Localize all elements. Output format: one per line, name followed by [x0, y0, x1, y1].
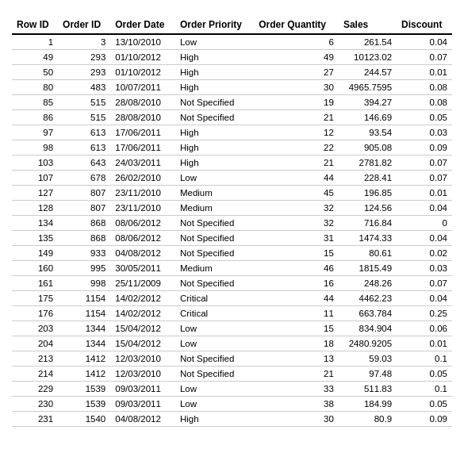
table-cell: Not Specified [175, 95, 254, 110]
table-cell: 0.01 [397, 336, 452, 351]
table-cell: 0.09 [397, 140, 452, 155]
table-cell: 38 [254, 397, 339, 412]
table-cell: 146.69 [339, 110, 397, 125]
table-cell: 0.05 [397, 110, 452, 125]
table-cell: 18 [254, 336, 339, 351]
table-cell: Not Specified [175, 216, 254, 231]
table-row: 13586808/06/2012Not Specified311474.330.… [12, 231, 452, 246]
table-cell: 12/03/2010 [110, 367, 175, 382]
table-row: 12880723/11/2010Medium32124.560.04 [12, 201, 452, 216]
table-cell: 1412 [58, 367, 110, 382]
table-cell: 33 [254, 382, 339, 397]
table-cell: Not Specified [175, 367, 254, 382]
table-cell: 30 [254, 412, 339, 427]
table-cell: 1412 [58, 351, 110, 367]
table-cell: Critical [175, 291, 254, 306]
table-cell: 807 [58, 201, 110, 216]
table-cell: 25/11/2009 [110, 276, 175, 291]
table-row: 10767826/02/2010Low44228.410.07 [12, 171, 452, 186]
table-cell: 49 [12, 50, 58, 65]
table-cell: 995 [58, 261, 110, 276]
table-cell: 1344 [58, 321, 110, 336]
data-table: Row ID Order ID Order Date Order Priorit… [12, 16, 452, 427]
table-cell: 26/02/2010 [110, 171, 175, 186]
table-cell: 0.04 [397, 34, 452, 50]
table-cell: 13 [254, 351, 339, 367]
table-row: 8048310/07/2011High304965.75950.08 [12, 80, 452, 95]
table-cell: 184.99 [339, 397, 397, 412]
table-cell: 28/08/2010 [110, 95, 175, 110]
table-cell: 4462.23 [339, 291, 397, 306]
table-cell: 22 [254, 140, 339, 155]
col-header-sales: Sales [339, 16, 397, 34]
table-cell: 933 [58, 246, 110, 261]
table-cell: 46 [254, 261, 339, 276]
table-cell: 613 [58, 140, 110, 155]
table-cell: 31 [254, 231, 339, 246]
table-cell: 135 [12, 231, 58, 246]
table-cell: 1474.33 [339, 231, 397, 246]
table-cell: 0.03 [397, 261, 452, 276]
table-cell: 85 [12, 95, 58, 110]
table-cell: High [175, 140, 254, 155]
table-cell: 175 [12, 291, 58, 306]
table-row: 10364324/03/2011High212781.820.07 [12, 155, 452, 171]
table-cell: 09/03/2011 [110, 397, 175, 412]
table-cell: 15 [254, 246, 339, 261]
table-cell: Not Specified [175, 276, 254, 291]
table-cell: 04/08/2012 [110, 246, 175, 261]
table-cell: 10/07/2011 [110, 80, 175, 95]
table-cell: 161 [12, 276, 58, 291]
table-row: 14993304/08/2012Not Specified1580.610.02 [12, 246, 452, 261]
table-row: 9861317/06/2011High22905.080.09 [12, 140, 452, 155]
table-header-row: Row ID Order ID Order Date Order Priorit… [12, 16, 452, 34]
table-cell: 44 [254, 171, 339, 186]
table-cell: 1540 [58, 412, 110, 427]
table-cell: 28/08/2010 [110, 110, 175, 125]
table-cell: 0.04 [397, 291, 452, 306]
table-cell: 49 [254, 50, 339, 65]
table-cell: 30 [254, 80, 339, 95]
table-cell: 613 [58, 125, 110, 140]
table-cell: Low [175, 321, 254, 336]
table-cell: 663.784 [339, 306, 397, 321]
table-cell: 998 [58, 276, 110, 291]
table-cell: High [175, 125, 254, 140]
table-cell: 27 [254, 65, 339, 80]
table-cell: 21 [254, 110, 339, 125]
table-cell: 244.57 [339, 65, 397, 80]
table-cell: 1154 [58, 291, 110, 306]
table-cell: High [175, 80, 254, 95]
table-cell: 10123.02 [339, 50, 397, 65]
table-row: 229153909/03/2011Low33511.830.1 [12, 382, 452, 397]
table-cell: 97.48 [339, 367, 397, 382]
table-cell: 293 [58, 50, 110, 65]
table-cell: 01/10/2012 [110, 65, 175, 80]
table-cell: 0.07 [397, 276, 452, 291]
table-cell: 08/06/2012 [110, 216, 175, 231]
table-cell: 203 [12, 321, 58, 336]
table-cell: 1539 [58, 382, 110, 397]
table-cell: 14/02/2012 [110, 291, 175, 306]
table-cell: 515 [58, 110, 110, 125]
table-cell: 16 [254, 276, 339, 291]
table-cell: 24/03/2011 [110, 155, 175, 171]
table-cell: 23/11/2010 [110, 201, 175, 216]
table-cell: Low [175, 336, 254, 351]
table-cell: 19 [254, 95, 339, 110]
table-cell: 160 [12, 261, 58, 276]
table-cell: 0.07 [397, 171, 452, 186]
table-cell: 14/02/2012 [110, 306, 175, 321]
table-cell: 807 [58, 186, 110, 201]
table-cell: 905.08 [339, 140, 397, 155]
table-cell: High [175, 412, 254, 427]
table-cell: 214 [12, 367, 58, 382]
table-cell: Critical [175, 306, 254, 321]
table-cell: 2781.82 [339, 155, 397, 171]
table-row: 231154004/08/2012High3080.90.09 [12, 412, 452, 427]
table-row: 230153909/03/2011Low38184.990.05 [12, 397, 452, 412]
table-cell: 45 [254, 186, 339, 201]
table-cell: 124.56 [339, 201, 397, 216]
col-header-discount: Discount [397, 16, 452, 34]
table-row: 204134415/04/2012Low182480.92050.01 [12, 336, 452, 351]
